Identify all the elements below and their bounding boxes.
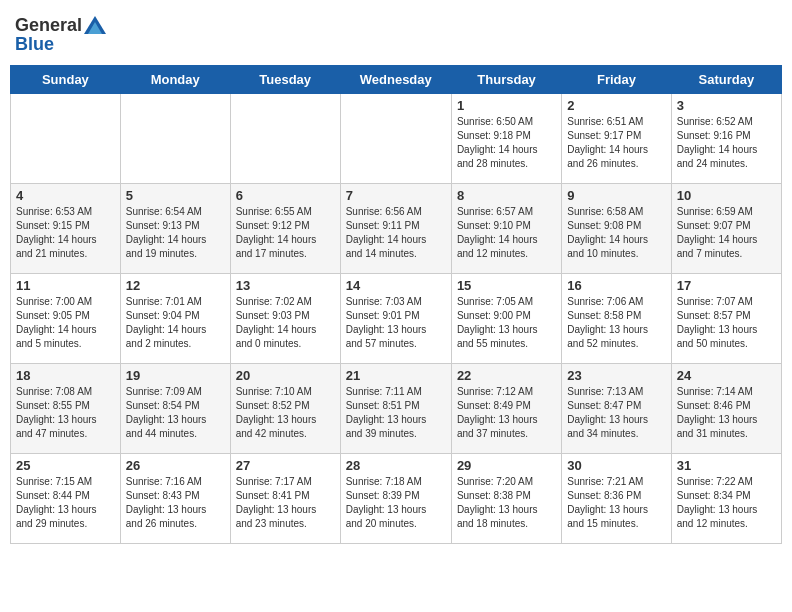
- day-number: 19: [126, 368, 225, 383]
- day-info: Sunrise: 7:14 AM Sunset: 8:46 PM Dayligh…: [677, 385, 776, 441]
- calendar-cell: 17Sunrise: 7:07 AM Sunset: 8:57 PM Dayli…: [671, 274, 781, 364]
- day-info: Sunrise: 7:13 AM Sunset: 8:47 PM Dayligh…: [567, 385, 665, 441]
- day-number: 13: [236, 278, 335, 293]
- day-number: 14: [346, 278, 446, 293]
- calendar-cell: 9Sunrise: 6:58 AM Sunset: 9:08 PM Daylig…: [562, 184, 671, 274]
- calendar-cell: 21Sunrise: 7:11 AM Sunset: 8:51 PM Dayli…: [340, 364, 451, 454]
- day-info: Sunrise: 7:02 AM Sunset: 9:03 PM Dayligh…: [236, 295, 335, 351]
- day-number: 12: [126, 278, 225, 293]
- calendar-cell: 7Sunrise: 6:56 AM Sunset: 9:11 PM Daylig…: [340, 184, 451, 274]
- weekday-header-friday: Friday: [562, 66, 671, 94]
- day-number: 26: [126, 458, 225, 473]
- day-info: Sunrise: 7:09 AM Sunset: 8:54 PM Dayligh…: [126, 385, 225, 441]
- day-number: 9: [567, 188, 665, 203]
- weekday-header-tuesday: Tuesday: [230, 66, 340, 94]
- day-info: Sunrise: 7:05 AM Sunset: 9:00 PM Dayligh…: [457, 295, 556, 351]
- day-info: Sunrise: 7:17 AM Sunset: 8:41 PM Dayligh…: [236, 475, 335, 531]
- day-info: Sunrise: 6:58 AM Sunset: 9:08 PM Dayligh…: [567, 205, 665, 261]
- calendar-week-3: 11Sunrise: 7:00 AM Sunset: 9:05 PM Dayli…: [11, 274, 782, 364]
- day-number: 31: [677, 458, 776, 473]
- calendar-cell: [230, 94, 340, 184]
- logo: General Blue: [15, 15, 106, 55]
- calendar-cell: 18Sunrise: 7:08 AM Sunset: 8:55 PM Dayli…: [11, 364, 121, 454]
- calendar-week-2: 4Sunrise: 6:53 AM Sunset: 9:15 PM Daylig…: [11, 184, 782, 274]
- calendar-cell: 26Sunrise: 7:16 AM Sunset: 8:43 PM Dayli…: [120, 454, 230, 544]
- day-info: Sunrise: 7:12 AM Sunset: 8:49 PM Dayligh…: [457, 385, 556, 441]
- day-number: 22: [457, 368, 556, 383]
- day-number: 3: [677, 98, 776, 113]
- calendar-cell: 1Sunrise: 6:50 AM Sunset: 9:18 PM Daylig…: [451, 94, 561, 184]
- calendar-cell: 28Sunrise: 7:18 AM Sunset: 8:39 PM Dayli…: [340, 454, 451, 544]
- day-info: Sunrise: 6:52 AM Sunset: 9:16 PM Dayligh…: [677, 115, 776, 171]
- day-number: 8: [457, 188, 556, 203]
- day-number: 20: [236, 368, 335, 383]
- calendar-cell: 24Sunrise: 7:14 AM Sunset: 8:46 PM Dayli…: [671, 364, 781, 454]
- calendar-cell: 13Sunrise: 7:02 AM Sunset: 9:03 PM Dayli…: [230, 274, 340, 364]
- calendar-cell: 23Sunrise: 7:13 AM Sunset: 8:47 PM Dayli…: [562, 364, 671, 454]
- day-info: Sunrise: 6:54 AM Sunset: 9:13 PM Dayligh…: [126, 205, 225, 261]
- day-info: Sunrise: 6:51 AM Sunset: 9:17 PM Dayligh…: [567, 115, 665, 171]
- calendar-table: SundayMondayTuesdayWednesdayThursdayFrid…: [10, 65, 782, 544]
- day-info: Sunrise: 7:22 AM Sunset: 8:34 PM Dayligh…: [677, 475, 776, 531]
- calendar-cell: 4Sunrise: 6:53 AM Sunset: 9:15 PM Daylig…: [11, 184, 121, 274]
- day-info: Sunrise: 7:07 AM Sunset: 8:57 PM Dayligh…: [677, 295, 776, 351]
- day-info: Sunrise: 7:20 AM Sunset: 8:38 PM Dayligh…: [457, 475, 556, 531]
- day-info: Sunrise: 7:08 AM Sunset: 8:55 PM Dayligh…: [16, 385, 115, 441]
- calendar-cell: 11Sunrise: 7:00 AM Sunset: 9:05 PM Dayli…: [11, 274, 121, 364]
- weekday-header-row: SundayMondayTuesdayWednesdayThursdayFrid…: [11, 66, 782, 94]
- day-info: Sunrise: 7:18 AM Sunset: 8:39 PM Dayligh…: [346, 475, 446, 531]
- day-number: 7: [346, 188, 446, 203]
- calendar-cell: 30Sunrise: 7:21 AM Sunset: 8:36 PM Dayli…: [562, 454, 671, 544]
- calendar-cell: 14Sunrise: 7:03 AM Sunset: 9:01 PM Dayli…: [340, 274, 451, 364]
- calendar-cell: 6Sunrise: 6:55 AM Sunset: 9:12 PM Daylig…: [230, 184, 340, 274]
- calendar-cell: 10Sunrise: 6:59 AM Sunset: 9:07 PM Dayli…: [671, 184, 781, 274]
- calendar-week-5: 25Sunrise: 7:15 AM Sunset: 8:44 PM Dayli…: [11, 454, 782, 544]
- day-number: 11: [16, 278, 115, 293]
- day-info: Sunrise: 7:16 AM Sunset: 8:43 PM Dayligh…: [126, 475, 225, 531]
- day-number: 30: [567, 458, 665, 473]
- logo-general-text: General: [15, 15, 82, 36]
- day-info: Sunrise: 7:11 AM Sunset: 8:51 PM Dayligh…: [346, 385, 446, 441]
- calendar-cell: 19Sunrise: 7:09 AM Sunset: 8:54 PM Dayli…: [120, 364, 230, 454]
- weekday-header-wednesday: Wednesday: [340, 66, 451, 94]
- day-number: 24: [677, 368, 776, 383]
- calendar-cell: 29Sunrise: 7:20 AM Sunset: 8:38 PM Dayli…: [451, 454, 561, 544]
- calendar-cell: [340, 94, 451, 184]
- calendar-cell: 20Sunrise: 7:10 AM Sunset: 8:52 PM Dayli…: [230, 364, 340, 454]
- day-number: 27: [236, 458, 335, 473]
- day-info: Sunrise: 6:53 AM Sunset: 9:15 PM Dayligh…: [16, 205, 115, 261]
- day-number: 15: [457, 278, 556, 293]
- day-number: 6: [236, 188, 335, 203]
- day-number: 25: [16, 458, 115, 473]
- day-info: Sunrise: 7:00 AM Sunset: 9:05 PM Dayligh…: [16, 295, 115, 351]
- day-number: 29: [457, 458, 556, 473]
- calendar-cell: 8Sunrise: 6:57 AM Sunset: 9:10 PM Daylig…: [451, 184, 561, 274]
- day-info: Sunrise: 7:10 AM Sunset: 8:52 PM Dayligh…: [236, 385, 335, 441]
- day-info: Sunrise: 6:57 AM Sunset: 9:10 PM Dayligh…: [457, 205, 556, 261]
- weekday-header-sunday: Sunday: [11, 66, 121, 94]
- calendar-cell: [120, 94, 230, 184]
- day-number: 18: [16, 368, 115, 383]
- calendar-week-1: 1Sunrise: 6:50 AM Sunset: 9:18 PM Daylig…: [11, 94, 782, 184]
- day-info: Sunrise: 7:03 AM Sunset: 9:01 PM Dayligh…: [346, 295, 446, 351]
- calendar-cell: 2Sunrise: 6:51 AM Sunset: 9:17 PM Daylig…: [562, 94, 671, 184]
- day-number: 16: [567, 278, 665, 293]
- day-number: 28: [346, 458, 446, 473]
- calendar-cell: 22Sunrise: 7:12 AM Sunset: 8:49 PM Dayli…: [451, 364, 561, 454]
- calendar-cell: 15Sunrise: 7:05 AM Sunset: 9:00 PM Dayli…: [451, 274, 561, 364]
- calendar-cell: 5Sunrise: 6:54 AM Sunset: 9:13 PM Daylig…: [120, 184, 230, 274]
- calendar-cell: [11, 94, 121, 184]
- calendar-week-4: 18Sunrise: 7:08 AM Sunset: 8:55 PM Dayli…: [11, 364, 782, 454]
- calendar-cell: 3Sunrise: 6:52 AM Sunset: 9:16 PM Daylig…: [671, 94, 781, 184]
- day-info: Sunrise: 6:55 AM Sunset: 9:12 PM Dayligh…: [236, 205, 335, 261]
- day-info: Sunrise: 6:50 AM Sunset: 9:18 PM Dayligh…: [457, 115, 556, 171]
- weekday-header-monday: Monday: [120, 66, 230, 94]
- day-info: Sunrise: 7:06 AM Sunset: 8:58 PM Dayligh…: [567, 295, 665, 351]
- day-number: 10: [677, 188, 776, 203]
- calendar-cell: 12Sunrise: 7:01 AM Sunset: 9:04 PM Dayli…: [120, 274, 230, 364]
- day-info: Sunrise: 7:21 AM Sunset: 8:36 PM Dayligh…: [567, 475, 665, 531]
- day-number: 17: [677, 278, 776, 293]
- day-info: Sunrise: 7:15 AM Sunset: 8:44 PM Dayligh…: [16, 475, 115, 531]
- calendar-cell: 25Sunrise: 7:15 AM Sunset: 8:44 PM Dayli…: [11, 454, 121, 544]
- calendar-cell: 27Sunrise: 7:17 AM Sunset: 8:41 PM Dayli…: [230, 454, 340, 544]
